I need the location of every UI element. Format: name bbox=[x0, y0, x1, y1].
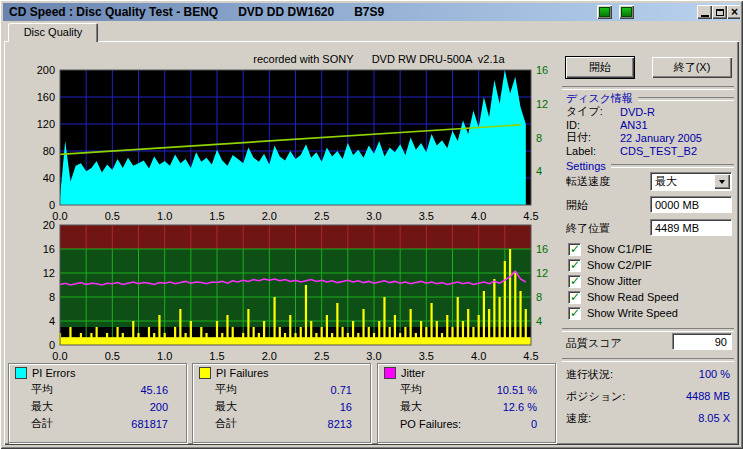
svg-text:12: 12 bbox=[536, 98, 548, 110]
exit-button[interactable]: 終了(X) bbox=[652, 57, 732, 78]
minimize-icon bbox=[701, 15, 709, 17]
stat-row: PO Failures: 0 bbox=[378, 415, 555, 432]
green-chart-icon bbox=[621, 7, 632, 17]
chevron-down-icon bbox=[719, 180, 725, 184]
start-position-field[interactable]: 0000 MB bbox=[650, 196, 732, 213]
svg-text:16: 16 bbox=[536, 64, 548, 76]
jitter-stats-box: Jitter 平均 10.51 % 最大 12.6 % PO Failures:… bbox=[377, 363, 556, 443]
combo-dropdown-button[interactable] bbox=[714, 174, 730, 189]
pi-failures-chart: 0481216204812160.00.51.01.52.02.53.03.54… bbox=[30, 218, 555, 363]
pi-failures-swatch bbox=[199, 367, 211, 379]
green-app-button-2[interactable] bbox=[619, 5, 634, 19]
stat-box-title-row: PI Failures bbox=[193, 364, 370, 381]
quality-score-field: 90 bbox=[672, 333, 732, 350]
maximize-icon bbox=[716, 9, 724, 16]
stat-row: 最大 16 bbox=[193, 398, 370, 415]
svg-text:16: 16 bbox=[536, 243, 548, 255]
pi-errors-stats-box: PI Errors 平均 45.16 最大 200 合計 681817 bbox=[8, 363, 187, 443]
show-write-speed-row: Show Write Speed bbox=[568, 306, 734, 320]
svg-text:80: 80 bbox=[43, 145, 55, 157]
window-title: CD Speed : Disc Quality Test - BENQ DVD … bbox=[9, 5, 384, 19]
show-read-speed-row: Show Read Speed bbox=[568, 290, 734, 304]
green-chart-icon bbox=[599, 7, 610, 17]
svg-text:2.5: 2.5 bbox=[314, 350, 329, 362]
svg-text:1.0: 1.0 bbox=[157, 350, 172, 362]
tab-label: Disc Quality bbox=[24, 26, 83, 38]
tab-disc-quality[interactable]: Disc Quality bbox=[8, 23, 98, 42]
svg-text:20: 20 bbox=[43, 219, 55, 231]
jitter-swatch bbox=[384, 367, 396, 379]
checkbox-show-jitter[interactable] bbox=[568, 275, 581, 288]
show-jitter-row: Show Jitter bbox=[568, 274, 734, 288]
svg-text:3.0: 3.0 bbox=[366, 350, 381, 362]
start-button[interactable]: 開始 bbox=[566, 57, 634, 78]
svg-text:8: 8 bbox=[536, 291, 542, 303]
disc-label-row: Label: CDS_TEST_B2 bbox=[566, 144, 734, 157]
svg-text:4.0: 4.0 bbox=[471, 350, 486, 362]
green-app-button-1[interactable] bbox=[597, 5, 612, 19]
disc-type-row: タイプ: DVD-R bbox=[566, 105, 734, 118]
cd-speed-window: CD Speed : Disc Quality Test - BENQ DVD … bbox=[0, 0, 743, 449]
svg-text:4: 4 bbox=[536, 165, 542, 177]
svg-text:4: 4 bbox=[536, 315, 542, 327]
position-row: ポジション: 4488 MB bbox=[566, 389, 730, 403]
stat-row: 最大 12.6 % bbox=[378, 398, 555, 415]
checkbox-show-read-speed[interactable] bbox=[568, 291, 581, 304]
stat-row: 最大 200 bbox=[9, 398, 186, 415]
svg-text:1.5: 1.5 bbox=[209, 350, 224, 362]
stat-box-title-row: Jitter bbox=[378, 364, 555, 381]
pi-failures-stats-box: PI Failures 平均 0.71 最大 16 合計 8213 bbox=[192, 363, 371, 443]
stat-box-title: Jitter bbox=[401, 367, 425, 379]
checkbox-show-c2-pif[interactable] bbox=[568, 259, 581, 272]
svg-text:12: 12 bbox=[43, 267, 55, 279]
svg-text:8: 8 bbox=[49, 291, 55, 303]
show-c2-pif-row: Show C2/PIF bbox=[568, 258, 734, 272]
svg-text:4: 4 bbox=[49, 315, 55, 327]
quality-score-label: 品質スコア bbox=[566, 336, 622, 351]
header-rule bbox=[638, 97, 734, 101]
divider bbox=[562, 86, 734, 90]
show-c1-pie-row: Show C1/PIE bbox=[568, 242, 734, 256]
maximize-button[interactable] bbox=[712, 5, 727, 19]
stat-box-title: PI Errors bbox=[32, 367, 75, 379]
svg-text:16: 16 bbox=[43, 243, 55, 255]
svg-text:160: 160 bbox=[37, 91, 55, 103]
stat-row: 合計 8213 bbox=[193, 415, 370, 432]
right-panel: 開始 終了(X) ディスク情報 タイプ: DVD-R ID: AN31 日付: … bbox=[558, 41, 738, 445]
svg-text:2.0: 2.0 bbox=[262, 350, 277, 362]
svg-text:0.5: 0.5 bbox=[105, 350, 120, 362]
titlebar[interactable]: CD Speed : Disc Quality Test - BENQ DVD … bbox=[3, 3, 740, 21]
tab-page: recorded with SONY DVD RW DRU-500A v2.1a… bbox=[4, 41, 739, 445]
stat-box-title: PI Failures bbox=[216, 367, 269, 379]
svg-text:12: 12 bbox=[536, 267, 548, 279]
svg-text:40: 40 bbox=[43, 172, 55, 184]
svg-text:3.5: 3.5 bbox=[419, 350, 434, 362]
pi-errors-chart: 040801201602004812160.00.51.01.52.02.53.… bbox=[30, 62, 555, 222]
divider bbox=[562, 358, 734, 362]
svg-text:200: 200 bbox=[37, 64, 55, 76]
disc-date-row: 日付: 22 January 2005 bbox=[566, 131, 734, 144]
svg-text:4.5: 4.5 bbox=[523, 350, 538, 362]
stat-row: 平均 10.51 % bbox=[378, 381, 555, 398]
checkbox-show-write-speed[interactable] bbox=[568, 307, 581, 320]
transfer-speed-select[interactable]: 最大 bbox=[650, 172, 732, 191]
divider bbox=[562, 328, 734, 332]
svg-text:120: 120 bbox=[37, 118, 55, 130]
stat-row: 平均 0.71 bbox=[193, 381, 370, 398]
svg-text:0.0: 0.0 bbox=[52, 350, 67, 362]
svg-text:8: 8 bbox=[536, 132, 542, 144]
stat-row: 合計 681817 bbox=[9, 415, 186, 432]
header-rule bbox=[611, 164, 734, 168]
close-icon: × bbox=[731, 6, 738, 18]
end-position-field[interactable]: 4489 MB bbox=[650, 219, 732, 236]
close-button[interactable]: × bbox=[727, 5, 740, 19]
checkbox-show-c1-pie[interactable] bbox=[568, 243, 581, 256]
pi-errors-swatch bbox=[15, 367, 27, 379]
speed-row: 速度: 8.05 X bbox=[566, 411, 730, 425]
stat-row: 平均 45.16 bbox=[9, 381, 186, 398]
progress-row: 進行状況: 100 % bbox=[566, 367, 730, 381]
minimize-button[interactable] bbox=[697, 5, 712, 19]
settings-header: Settings bbox=[566, 160, 734, 172]
stat-box-title-row: PI Errors bbox=[9, 364, 186, 381]
